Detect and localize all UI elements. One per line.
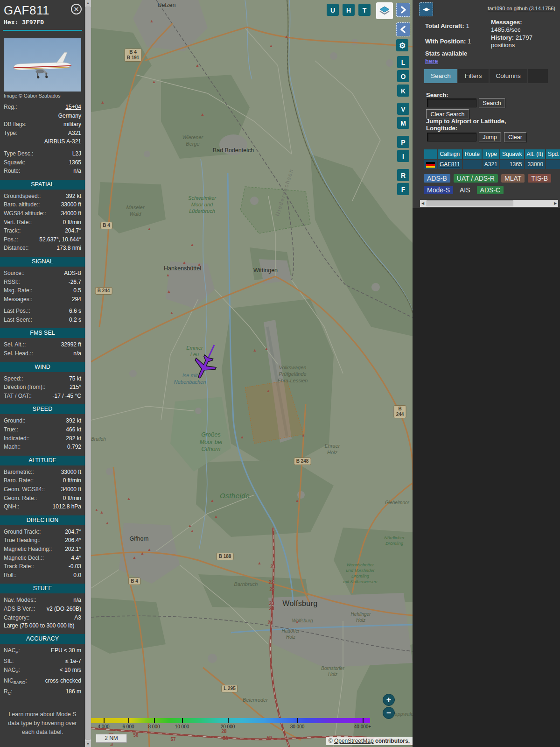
aircraft-photo-art	[4, 38, 81, 92]
info-row: Squawk:1365	[4, 158, 81, 167]
sidebar-expand-button[interactable]	[396, 3, 410, 17]
left-panel-scrollbar[interactable]: ▲ ▼	[85, 0, 91, 747]
section-row: Last Pos.::6.6 s	[4, 307, 81, 316]
tab-filters[interactable]: Filters	[458, 69, 490, 83]
row-label: NICBARO:	[4, 677, 27, 687]
aircraft-photo[interactable]	[4, 38, 81, 92]
section-row: Messages::294	[4, 295, 81, 304]
info-row: Germany	[4, 112, 81, 120]
source-badge-tis-b[interactable]: TIS-B	[528, 174, 551, 183]
row-label: SIL:	[4, 657, 14, 666]
aircraft-list-panel: ◀▶ tar1090 on github (3.14.1756) Total A…	[413, 0, 560, 747]
info-label: DB flags:	[4, 120, 27, 129]
legend-altitude-label: 20 000	[221, 724, 235, 729]
panel-toggle-button[interactable]: ◀▶	[419, 2, 433, 16]
map-button-t[interactable]: T	[358, 4, 371, 16]
jump-button[interactable]: Jump	[479, 132, 501, 142]
section-row: Baro. altitude::33000 ft	[4, 200, 81, 209]
map-button-v[interactable]: V	[397, 103, 409, 115]
map-button-h[interactable]: H	[343, 4, 355, 16]
table-horizontal-scrollbar[interactable]: ◀ ▶	[420, 200, 558, 207]
map[interactable]: UelzenWierener BergeBad BodenteichMasele…	[91, 0, 413, 747]
stat-value: 1	[466, 22, 469, 29]
scroll-up-icon[interactable]: ▲	[85, 0, 91, 6]
layers-button[interactable]	[376, 2, 393, 19]
source-badge-mode-s[interactable]: Mode-S	[424, 186, 453, 194]
map-button-p[interactable]: P	[397, 136, 409, 148]
callsign-link[interactable]: GAF811	[440, 161, 460, 168]
row-value: 294	[32, 295, 81, 304]
scroll-left-icon[interactable]: ◀	[420, 200, 426, 207]
section-row: Sel. Head.::n/a	[4, 349, 81, 358]
zoom-in-button[interactable]: +	[383, 694, 395, 706]
clear-search-button[interactable]: Clear Search	[426, 109, 469, 119]
row-value: cross-checked	[27, 677, 81, 687]
stats-here-link[interactable]: here	[425, 57, 438, 64]
info-value: L2J	[33, 149, 81, 158]
column-header[interactable]: Spd.	[546, 149, 560, 159]
source-badge-ads-b[interactable]: ADS-B	[424, 174, 450, 183]
column-header[interactable]: Route	[463, 149, 482, 159]
section-row: Magnetic Heading::202.1°	[4, 545, 81, 554]
sidebar-collapse-button[interactable]	[396, 22, 410, 36]
row-value: 215°	[45, 383, 81, 392]
section-row: Track::204.7°	[4, 226, 81, 235]
settings-button[interactable]: ⚙	[396, 39, 408, 51]
map-button-o[interactable]: O	[397, 70, 409, 82]
map-button-i[interactable]: I	[397, 150, 409, 162]
column-header[interactable]: Callsign	[438, 149, 462, 159]
tab-search[interactable]: Search	[424, 69, 458, 83]
map-button-f[interactable]: F	[397, 183, 409, 195]
map-button-l[interactable]: L	[397, 56, 409, 68]
map-button-r[interactable]: R	[397, 169, 409, 181]
table-row[interactable]: GAF811A321136533000	[424, 160, 560, 169]
section-row: WGS84 altitude::34000 ft	[4, 209, 81, 218]
column-header[interactable]: Squawk	[500, 149, 524, 159]
hscrollbar-thumb[interactable]	[427, 200, 513, 206]
tab-columns[interactable]: Columns	[490, 69, 528, 83]
row-label: Last Pos.::	[4, 307, 30, 316]
section-row: RSSI::-26.7	[4, 278, 81, 287]
row-value: 6.6 s	[30, 307, 81, 316]
search-button[interactable]: Search	[479, 98, 505, 108]
source-badge-mlat[interactable]: MLAT	[501, 174, 525, 183]
scrollbar-thumb[interactable]	[85, 7, 91, 740]
row-label: Baro. Rate::	[4, 476, 34, 485]
row-value: 52.637°, 10.644°	[18, 235, 81, 244]
source-badge-uat-ads-r[interactable]: UAT / ADS-R	[454, 174, 498, 183]
row-value: v2 (DO-260B)	[35, 605, 81, 613]
source-badge-ais[interactable]: AIS	[456, 186, 474, 194]
map-button-u[interactable]: U	[327, 4, 339, 16]
jump-input[interactable]	[427, 133, 476, 141]
row-label: Geom. WGS84::	[4, 485, 45, 494]
stat-label: History:	[491, 34, 514, 41]
scroll-down-icon[interactable]: ▼	[85, 741, 91, 747]
row-label: Groundspeed::	[4, 192, 41, 201]
stats-here-row: here	[425, 57, 438, 65]
map-button-k[interactable]: K	[397, 85, 409, 97]
info-label: Type:	[4, 129, 17, 138]
map-button-m[interactable]: M	[397, 117, 409, 129]
registration-link[interactable]: 15+04	[17, 103, 81, 112]
column-header[interactable]: Type	[483, 149, 499, 159]
section-row: Pos.::52.637°, 10.644°	[4, 235, 81, 244]
row-value: n/a	[33, 349, 81, 358]
row-label: Msg. Rate::	[4, 286, 32, 295]
row-label: Vert. Rate::	[4, 218, 32, 227]
column-header[interactable]: Alt. (ft)	[525, 149, 545, 159]
search-input[interactable]	[427, 99, 476, 107]
github-link[interactable]: tar1090 on github (3.14.1756)	[488, 6, 555, 11]
column-header[interactable]	[424, 149, 437, 159]
clear-button[interactable]: Clear	[504, 132, 526, 142]
osm-link[interactable]: OpenStreetMap	[334, 738, 374, 744]
section-row: RC:186 m	[4, 687, 81, 698]
stat-with-position: With Position: 1	[425, 38, 471, 45]
stats-available-label: Stats available	[425, 50, 467, 57]
section-row: ADS-B Ver.::v2 (DO-260B)	[4, 605, 81, 613]
panel-lower-area	[413, 208, 560, 747]
source-badge-ads-c[interactable]: ADS-C	[477, 186, 504, 194]
close-icon[interactable]: ✕	[71, 4, 82, 14]
scroll-right-icon[interactable]: ▶	[553, 200, 558, 207]
zoom-out-button[interactable]: −	[383, 707, 395, 719]
section-row: Speed::75 kt	[4, 374, 81, 383]
